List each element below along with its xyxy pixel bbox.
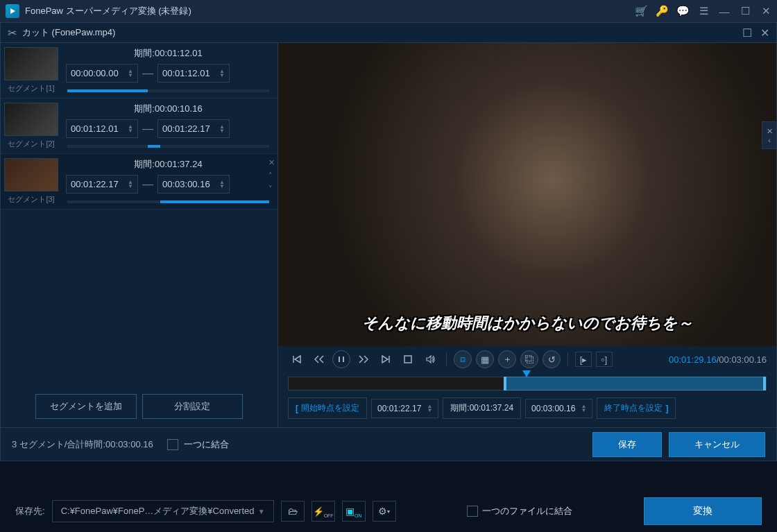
playback-controls: ⧈ ▦ ＋ ⿻ ↺ [▸ ▫] 00:01:29.16/00:03:00.16 [278, 350, 776, 372]
down-icon: ▼ [219, 129, 225, 133]
save-button[interactable]: 保存 [592, 432, 662, 457]
undo-button[interactable]: ↺ [543, 350, 561, 368]
side-collapse-tab[interactable]: ✕ ‹ [762, 121, 777, 149]
down-icon: ▼ [128, 129, 133, 133]
segment-start-input[interactable]: 00:01:22.17▲▼ [66, 175, 138, 194]
maximize-icon[interactable]: ☐ [740, 6, 751, 17]
split-settings-button[interactable]: 分割設定 [142, 394, 244, 419]
segment-start-input[interactable]: 00:00:00.00▲▼ [66, 64, 138, 83]
segment-end-input[interactable]: 00:01:22.17▲▼ [157, 119, 230, 138]
thumbnail-button[interactable]: ▦ [476, 350, 494, 368]
set-start-button[interactable]: [開始時点を設定 [288, 397, 367, 419]
open-folder-button[interactable]: 🗁 [281, 501, 305, 522]
preview-panel: そんなに移動時間はかからないのでお待ちを～ ⧈ ▦ ＋ ⿻ ↺ [▸ ▫] 00… [278, 43, 776, 427]
volume-button[interactable] [421, 350, 439, 368]
cut-panel-title: カット (FonePaw.mp4) [22, 26, 742, 39]
video-player[interactable]: そんなに移動時間はかからないのでお待ちを～ [278, 43, 776, 346]
key-icon[interactable]: 🔑 [656, 6, 667, 17]
segment-move-up-icon[interactable]: ˄ [268, 171, 275, 180]
gpu-toggle[interactable]: ▣ON [342, 501, 366, 522]
app-titlebar: FonePaw スーパーメディア変換 (未登録) 🛒 🔑 💬 ☰ — ☐ ✕ [0, 0, 777, 22]
segments-panel: セグメント[1] 期間:00:01:12.01 00:00:00.00▲▼ — … [1, 43, 278, 427]
segment-label: セグメント[1] [8, 83, 54, 94]
frame-forward-icon[interactable] [355, 350, 373, 368]
svg-rect-1 [404, 356, 411, 363]
down-icon: ▼ [427, 409, 432, 413]
video-subtitle: そんなに移動時間はかからないのでお待ちを～ [278, 313, 776, 334]
close-icon[interactable]: ✕ [760, 6, 771, 17]
segment-thumbnail [4, 103, 58, 136]
cancel-button[interactable]: キャンセル [669, 432, 765, 457]
add-segment-round-button[interactable]: ＋ [498, 350, 516, 368]
segment-remove-icon[interactable]: ✕ [268, 158, 275, 167]
start-time-input[interactable]: 00:01:22.17▲▼ [371, 399, 438, 418]
down-icon: ▼ [219, 74, 225, 78]
segment-start-input[interactable]: 00:01:12.01▲▼ [66, 119, 138, 138]
merge-one-label: 一つに結合 [184, 438, 229, 451]
close-icon: ✕ [767, 127, 773, 136]
merge-one-checkbox[interactable] [167, 439, 178, 450]
set-out-point-button[interactable]: ▫] [596, 352, 613, 367]
down-icon: ▼ [219, 185, 225, 189]
cart-icon[interactable]: 🛒 [635, 6, 647, 17]
settings-button[interactable]: ⚙▾ [373, 501, 396, 522]
convert-button[interactable]: 変換 [644, 497, 762, 525]
segment-thumbnail [4, 158, 58, 191]
stop-button[interactable] [399, 350, 417, 368]
down-icon: ▼ [128, 74, 133, 78]
duration-display: 期間:00:01:37.24 [443, 397, 521, 419]
play-pause-button[interactable] [332, 350, 350, 368]
down-icon: ▼ [581, 409, 586, 413]
segment-item[interactable]: セグメント[1] 期間:00:01:12.01 00:00:00.00▲▼ — … [1, 43, 278, 98]
playhead-icon[interactable] [522, 370, 531, 377]
cut-maximize-icon[interactable]: ☐ [742, 26, 752, 40]
app-bottom-bar: 保存先: C:¥FonePaw¥FoneP…メディア変換¥Converted ▼… [0, 490, 777, 532]
down-icon: ▼ [128, 185, 133, 189]
menu-icon[interactable]: ☰ [698, 6, 709, 17]
high-speed-toggle[interactable]: ⚡OFF [311, 501, 335, 522]
cut-panel-footer: 3 セグメント/合計時間:00:03:00.16 一つに結合 保存 キャンセル [0, 428, 777, 461]
svg-marker-0 [10, 8, 15, 14]
segment-thumbnail [4, 47, 58, 80]
skip-end-icon[interactable] [377, 350, 395, 368]
add-segment-button[interactable]: セグメントを追加 [35, 394, 137, 419]
frame-back-icon[interactable] [310, 350, 328, 368]
segment-slider[interactable] [67, 200, 269, 203]
segment-end-input[interactable]: 00:03:00.16▲▼ [157, 175, 230, 194]
cut-panel-titlebar: ✂ カット (FonePaw.mp4) ☐ ✕ [0, 22, 777, 43]
chevron-left-icon: ‹ [768, 136, 771, 144]
segment-item[interactable]: セグメント[2] 期間:00:00:10.16 00:01:12.01▲▼ — … [1, 98, 278, 154]
cut-main: セグメント[1] 期間:00:01:12.01 00:00:00.00▲▼ — … [0, 43, 777, 428]
scissors-icon: ✂ [8, 26, 17, 40]
skip-start-icon[interactable] [288, 350, 306, 368]
set-end-button[interactable]: 終了時点を設定] [597, 397, 676, 419]
feedback-icon[interactable]: 💬 [677, 6, 688, 17]
quick-split-button[interactable]: ⧈ [454, 350, 472, 368]
timeline[interactable] [288, 377, 767, 391]
segment-item[interactable]: ✕ ˄ ˅ セグメント[3] 期間:00:01:37.24 00:01:22.1… [1, 154, 278, 209]
segment-label: セグメント[2] [8, 139, 54, 149]
set-in-point-button[interactable]: [▸ [575, 352, 592, 367]
app-logo [6, 4, 19, 18]
segment-slider[interactable] [67, 89, 269, 92]
save-to-label: 保存先: [15, 505, 45, 517]
chevron-down-icon: ▼ [258, 508, 265, 515]
merge-one-file-label: 一つのファイルに結合 [482, 505, 572, 517]
end-time-input[interactable]: 00:03:00.16▲▼ [525, 399, 592, 418]
range-start-handle[interactable] [504, 377, 506, 391]
segment-end-input[interactable]: 00:01:12.01▲▼ [157, 64, 230, 83]
segment-move-down-icon[interactable]: ˅ [268, 185, 275, 194]
segment-label: セグメント[3] [8, 194, 54, 205]
copy-segment-button[interactable]: ⿻ [520, 350, 538, 368]
save-path-dropdown[interactable]: C:¥FonePaw¥FoneP…メディア変換¥Converted ▼ [52, 500, 274, 522]
app-title: FonePaw スーパーメディア変換 (未登録) [25, 5, 635, 17]
time-display: 00:01:29.16/00:03:00.16 [669, 354, 767, 365]
cut-close-icon[interactable]: ✕ [760, 26, 769, 40]
minimize-icon[interactable]: — [719, 6, 730, 17]
segment-summary: 3 セグメント/合計時間:00:03:00.16 [12, 438, 153, 451]
range-end-handle[interactable] [763, 377, 766, 391]
segment-slider[interactable] [67, 145, 269, 148]
merge-one-file-checkbox[interactable] [467, 506, 478, 517]
